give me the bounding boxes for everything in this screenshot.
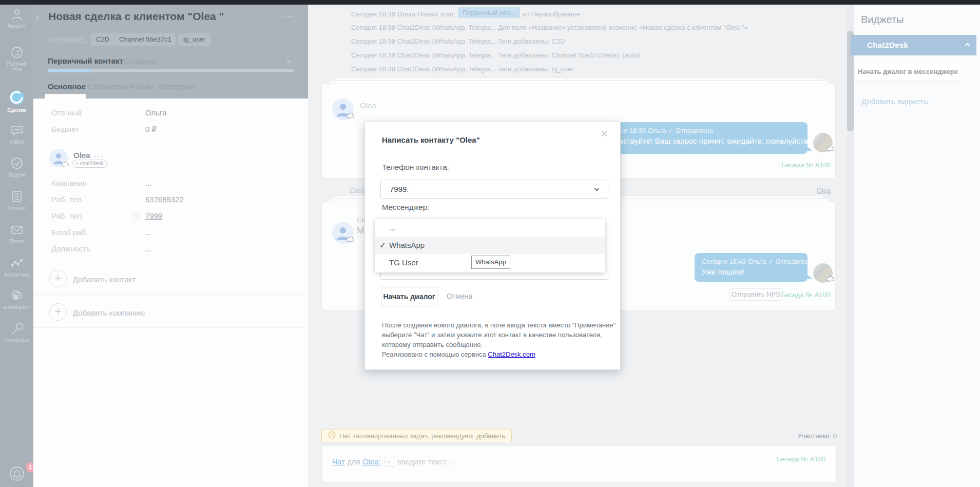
tab-setup[interactable]: Настроить — [159, 82, 197, 91]
chat-contact-link[interactable]: Olea: — [362, 457, 381, 466]
recipient-select[interactable] — [384, 457, 394, 467]
widgets-panel: Виджеты Chat2Desk Начать диалог в мессен… — [854, 5, 980, 487]
bubble-tail — [805, 145, 812, 151]
message-status: Отправлено — [776, 258, 813, 265]
deal-panel: ‹ Новая сделка с клиентом "Olea " ··· #7… — [33, 5, 308, 487]
chat-cloud-icon — [827, 145, 834, 154]
chat2desk-link[interactable]: Chat2Desk.com — [488, 350, 535, 358]
sidebar-item-account[interactable]: Аккаунт — [0, 7, 33, 29]
field-label: Раб. тел. — [51, 195, 83, 204]
no-tasks-warning: Нет запланированных задач, рекомендуем д… — [321, 429, 512, 442]
stage-period: (Сегодня) — [121, 56, 156, 65]
deal-title: Новая сделка с клиентом "Olea " — [48, 10, 224, 23]
widget-name: Chat2Desk — [867, 41, 908, 49]
chat-input-card[interactable]: Чат для Olea:введите текст ... Беседа № … — [321, 445, 837, 482]
deal-menu-dots-icon[interactable]: ··· — [284, 12, 294, 21]
deals-icon — [0, 89, 33, 106]
close-icon[interactable]: × — [601, 129, 608, 139]
stage-name[interactable]: Первичный контакт — [48, 56, 123, 65]
widgets-title: Виджеты — [861, 14, 904, 26]
deal-tag[interactable]: tg_user — [178, 33, 210, 46]
field-value[interactable]: ... — [145, 228, 152, 237]
add-company-plus-icon[interactable]: + — [49, 303, 67, 321]
contact-avatar[interactable] — [49, 149, 68, 167]
conversation-link[interactable]: Беседа № A100 — [745, 161, 831, 169]
divider — [33, 294, 308, 295]
contact-name[interactable]: Olea — [73, 151, 90, 160]
phone-link[interactable]: 637685322 — [145, 195, 184, 204]
message-time-user: Сегодня 18:43 Ольга — [702, 258, 766, 265]
add-contact-plus-icon[interactable]: + — [49, 270, 67, 287]
whatsapp-tooltip: WhatsApp — [471, 256, 510, 269]
sidebar-item-label: Сделки — [0, 107, 33, 113]
chat-cloud-icon — [827, 276, 834, 285]
chat-cloud-icon — [347, 112, 354, 122]
mail-icon — [0, 223, 33, 237]
chevron-down-icon — [387, 460, 391, 463]
sidebar-item-tasks[interactable]: Задачи — [0, 156, 33, 178]
message-text: Здравствуйте! Ваш запрос принят, ожидайт… — [602, 137, 810, 145]
phone-select[interactable]: 7999. — [380, 180, 608, 199]
stage-progress-bar[interactable] — [48, 69, 294, 72]
tab-main[interactable]: Основное — [48, 82, 86, 91]
sidebar-item-imbox[interactable]: imBox — [0, 123, 33, 145]
dashboard-icon — [0, 45, 33, 60]
add-widgets-link[interactable]: Добавить виджеты — [861, 97, 929, 106]
amomarket-icon — [0, 288, 33, 303]
settings-icon — [0, 322, 33, 336]
selected-check-icon: ✓ — [379, 237, 386, 254]
field-value[interactable]: Ольга — [145, 108, 167, 117]
bell-icon: 1 — [9, 465, 25, 483]
analytics-icon — [0, 256, 33, 270]
start-messenger-dialog-button[interactable]: Начать диалог в мессенджере — [855, 63, 960, 81]
add-contact-button[interactable]: Добавить контакт — [73, 275, 136, 284]
write-contact-modal: × Написать контакту "Olea" Телефон конта… — [364, 122, 621, 370]
add-task-link[interactable]: добавить — [476, 432, 505, 440]
phone-link[interactable]: 7999 — [145, 211, 162, 220]
sidebar-item-deals[interactable]: Сделки — [0, 89, 33, 113]
conversation-link[interactable]: Беседа № A100 — [744, 291, 830, 299]
sidebar-item-dashboard[interactable]: Рабочий стол — [0, 45, 33, 72]
sidebar-item-label: Почта — [0, 239, 33, 244]
notifications-bell[interactable]: 1 — [0, 465, 33, 485]
field-value[interactable]: ... — [145, 244, 152, 253]
option-whatsapp[interactable]: ✓WhatsApp — [375, 237, 605, 254]
add-phone-plus-icon[interactable]: + — [133, 212, 141, 220]
contact-source-badge: ⌾ chat2desk — [72, 160, 107, 168]
field-value[interactable]: ... — [145, 179, 152, 187]
deal-tag[interactable]: Channel 5be37c1 — [114, 33, 176, 46]
sidebar-item-lists[interactable]: Списки — [0, 189, 33, 211]
sidebar-item-settings[interactable]: Настройки — [0, 322, 33, 343]
sender-name[interactable]: Olea — [360, 101, 376, 110]
chat-cloud-icon — [347, 236, 354, 245]
option-ellipsis[interactable]: ... — [375, 219, 605, 237]
message-input-placeholder[interactable]: введите текст ... — [397, 457, 455, 466]
message-status: Отправлено — [676, 127, 713, 134]
tab-files[interactable]: Файлы — [129, 82, 154, 91]
tab-statistics[interactable]: Статистика — [87, 82, 128, 91]
sidebar-item-label: Аналитика — [0, 272, 33, 278]
modal-note: После создания нового диалога, в поле вв… — [382, 320, 616, 359]
sidebar-item-analytics[interactable]: Аналитика — [0, 256, 33, 278]
timeline-entry: Сегодня 18:38 Chat2Desk (WhatsApp, Teleg… — [351, 24, 748, 31]
chat2desk-widget-header[interactable]: Chat2Desk — [851, 35, 976, 55]
cancel-button[interactable]: Отмена — [447, 292, 472, 300]
divider — [33, 327, 308, 328]
outgoing-message-bubble: Сегодня 18:39 Ольга ✓ Отправлено Здравст… — [594, 122, 808, 154]
field-label: Бюджет — [51, 125, 79, 133]
deal-tag[interactable]: C2D — [91, 33, 114, 46]
sidebar-item-mail[interactable]: Почта — [0, 223, 33, 244]
window-top-strip — [0, 0, 980, 5]
event-contact-link[interactable]: Olea — [784, 187, 831, 194]
add-company-button[interactable]: Добавить компанию — [73, 308, 145, 317]
operator-avatar — [813, 133, 833, 152]
field-value[interactable]: 0 ₽ — [145, 125, 157, 134]
bubble-tail — [805, 272, 812, 279]
start-dialog-button[interactable]: Начать диалог — [381, 287, 437, 306]
back-chevron-icon[interactable]: ‹ — [36, 11, 40, 23]
collapse-chevron-up-icon — [965, 43, 970, 48]
sidebar-item-amomarket[interactable]: amoМаркет — [0, 288, 33, 310]
chat-mode-link[interactable]: Чат — [332, 457, 345, 466]
stage-chevron-down-icon[interactable] — [286, 59, 292, 64]
sidebar-item-label: imBox — [0, 139, 33, 145]
